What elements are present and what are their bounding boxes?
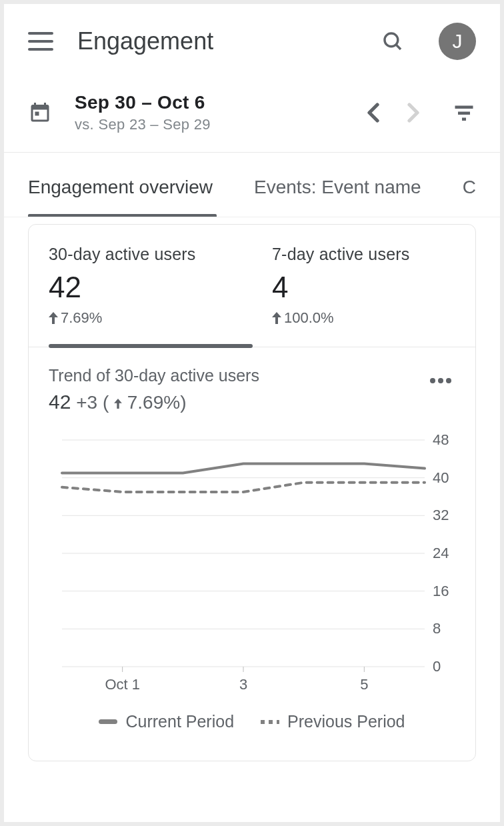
tab-events-event-name[interactable]: Events: Event name bbox=[254, 177, 421, 217]
metric-7day-active-users[interactable]: 7-day active users 4 100.0% bbox=[252, 225, 475, 347]
chart-legend: Current Period Previous Period bbox=[49, 712, 455, 731]
svg-point-0 bbox=[385, 33, 398, 47]
filter-icon[interactable] bbox=[452, 101, 476, 125]
tabs: Engagement overview Events: Event name C bbox=[4, 153, 500, 217]
metric-label: 7-day active users bbox=[272, 245, 475, 264]
legend-dashed-swatch bbox=[261, 720, 279, 724]
metric-delta: 100.0% bbox=[272, 309, 475, 327]
chart-subtitle: 42 +3 ( 7.69%) bbox=[49, 391, 426, 413]
top-bar: Engagement J bbox=[4, 4, 500, 79]
svg-text:32: 32 bbox=[433, 507, 449, 523]
prev-period-button[interactable] bbox=[360, 99, 387, 126]
chart-title: Trend of 30-day active users bbox=[49, 366, 426, 385]
svg-text:Oct 1: Oct 1 bbox=[105, 676, 140, 693]
date-range-main: Sep 30 – Oct 6 bbox=[75, 92, 353, 113]
calendar-icon[interactable] bbox=[28, 101, 52, 125]
legend-previous: Previous Period bbox=[261, 712, 405, 731]
tab-engagement-overview[interactable]: Engagement overview bbox=[28, 177, 213, 217]
avatar-initial: J bbox=[453, 30, 463, 53]
metric-value: 4 bbox=[272, 271, 475, 304]
metric-indicator bbox=[49, 344, 253, 348]
svg-rect-2 bbox=[455, 106, 473, 109]
trend-chart: 081624324048Oct 135 bbox=[49, 433, 457, 700]
svg-text:0: 0 bbox=[433, 658, 441, 675]
page-title: Engagement bbox=[77, 27, 381, 55]
menu-icon[interactable] bbox=[28, 32, 53, 51]
legend-current: Current Period bbox=[99, 712, 234, 731]
next-period-button[interactable] bbox=[400, 99, 427, 126]
svg-text:24: 24 bbox=[433, 545, 449, 561]
tab-partial[interactable]: C bbox=[463, 177, 476, 217]
svg-text:8: 8 bbox=[433, 620, 441, 637]
svg-rect-3 bbox=[458, 112, 470, 115]
engagement-card: 30-day active users 42 7.69% 7-day activ… bbox=[28, 224, 476, 761]
arrow-up-icon bbox=[49, 312, 58, 324]
metric-value: 42 bbox=[49, 271, 252, 304]
metric-30day-active-users[interactable]: 30-day active users 42 7.69% bbox=[29, 225, 252, 347]
svg-line-1 bbox=[396, 45, 401, 49]
date-row: Sep 30 – Oct 6 vs. Sep 23 – Sep 29 bbox=[4, 79, 500, 152]
more-icon[interactable] bbox=[426, 371, 455, 389]
svg-text:48: 48 bbox=[433, 433, 449, 448]
arrow-up-icon bbox=[114, 399, 122, 409]
avatar[interactable]: J bbox=[439, 23, 476, 60]
svg-text:40: 40 bbox=[433, 469, 449, 486]
svg-text:5: 5 bbox=[360, 676, 368, 693]
chart-area: Trend of 30-day active users 42 +3 ( 7.6… bbox=[29, 347, 475, 761]
metric-tabs: 30-day active users 42 7.69% 7-day activ… bbox=[29, 225, 475, 347]
legend-solid-swatch bbox=[99, 719, 117, 724]
svg-text:3: 3 bbox=[239, 676, 247, 693]
date-range-compare: vs. Sep 23 – Sep 29 bbox=[75, 116, 353, 133]
date-range[interactable]: Sep 30 – Oct 6 vs. Sep 23 – Sep 29 bbox=[75, 92, 353, 133]
arrow-up-icon bbox=[272, 312, 281, 324]
metric-label: 30-day active users bbox=[49, 245, 252, 264]
svg-rect-4 bbox=[462, 118, 466, 121]
metric-delta: 7.69% bbox=[49, 309, 252, 327]
search-icon[interactable] bbox=[381, 30, 404, 53]
svg-text:16: 16 bbox=[433, 583, 449, 599]
